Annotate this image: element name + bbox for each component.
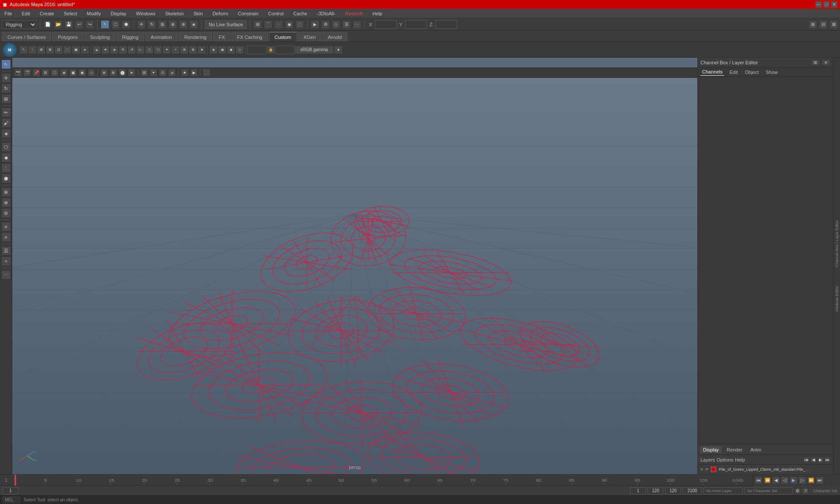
layout3-btn[interactable]: ⊠: [830, 20, 838, 29]
x-coord-field[interactable]: [375, 20, 397, 29]
timeline-scrubber[interactable]: 5 10 15 20 25 30 35 40 45 50 5: [12, 475, 752, 486]
tab-curves-surfaces[interactable]: Curves / Surfaces: [2, 32, 51, 42]
snap-view-btn[interactable]: ◉: [285, 20, 294, 29]
secondary-btn-13[interactable]: ↺: [127, 46, 136, 54]
misc-btn2[interactable]: ≈: [1, 256, 11, 266]
no-char-set-btn[interactable]: No Character Set: [745, 487, 793, 494]
vp-motion-btn[interactable]: ➤: [128, 69, 136, 77]
display-btn1[interactable]: ⊕: [1, 187, 11, 197]
vp-wireframe-btn[interactable]: ⬡: [51, 69, 59, 77]
snap-grid-btn[interactable]: ⊞: [253, 20, 262, 29]
secondary-btn-4[interactable]: ⊠: [46, 46, 54, 54]
layer-anim-tab[interactable]: Anim: [748, 446, 764, 453]
vp-cam-btn[interactable]: 📷: [14, 69, 22, 77]
vp-value2-field[interactable]: 1.00: [275, 46, 294, 54]
vp-pview-btn[interactable]: ▶: [190, 69, 198, 77]
snap-curve-btn[interactable]: ⌒: [264, 20, 273, 29]
playback-start-input[interactable]: [665, 487, 681, 494]
secondary-btn-21[interactable]: ★: [197, 46, 206, 54]
select-tool-btn[interactable]: ↖: [101, 20, 109, 29]
secondary-btn-24[interactable]: ◆: [227, 46, 235, 54]
secondary-btn-10[interactable]: ⬘: [101, 46, 110, 54]
secondary-btn-22[interactable]: ◈: [209, 46, 218, 54]
menu-skeleton[interactable]: Skeleton: [163, 10, 186, 17]
tab-xgen[interactable]: XGen: [298, 32, 321, 42]
vp-grid-btn[interactable]: ⊞: [42, 69, 49, 77]
vp-joints-btn[interactable]: ⊙: [159, 69, 167, 77]
menu-file[interactable]: File: [3, 10, 14, 17]
render-btn[interactable]: ▶: [311, 20, 319, 29]
pb-next-key-btn[interactable]: ▷: [798, 476, 806, 484]
display-btn2[interactable]: ⊗: [1, 198, 11, 207]
tab-rigging[interactable]: Rigging: [116, 32, 144, 42]
tab-arnold[interactable]: Arnold: [322, 32, 348, 42]
display-btn3[interactable]: ⊘: [1, 208, 11, 218]
menu-constrain[interactable]: Constrain: [236, 10, 260, 17]
tab-show[interactable]: Show: [764, 69, 780, 76]
range-end-input[interactable]: [648, 487, 663, 494]
menu-3dtoall[interactable]: -3DtoAll-: [315, 10, 337, 17]
obj-select-btn[interactable]: ⬡: [1, 142, 11, 152]
tab-polygons[interactable]: Polygons: [52, 32, 83, 42]
vp-deform-btn[interactable]: ⌀: [168, 69, 176, 77]
vp-shadow-btn[interactable]: ◇: [88, 69, 95, 77]
layout2-btn[interactable]: ⊟: [819, 20, 828, 29]
secondary-btn-16[interactable]: ⬡: [154, 46, 162, 54]
menu-modify[interactable]: Modify: [85, 10, 102, 17]
current-frame-input[interactable]: [3, 487, 18, 494]
tab-channels[interactable]: Channels: [700, 68, 724, 76]
scale-tool-btn[interactable]: ⊞: [158, 20, 167, 29]
menu-select[interactable]: Select: [62, 10, 79, 17]
vp-dof-btn[interactable]: ⊕: [109, 69, 117, 77]
snap-live-btn[interactable]: ◌: [295, 20, 304, 29]
hierarchy-btn[interactable]: ⋮: [1, 163, 11, 173]
last-tool-btn[interactable]: ◈: [189, 20, 198, 29]
soft-mod-btn[interactable]: ⊗: [179, 20, 188, 29]
menu-windows[interactable]: Windows: [134, 10, 158, 17]
range-start-input[interactable]: [630, 487, 646, 494]
vp-light-btn[interactable]: ◉: [78, 69, 86, 77]
pb-go-end-btn[interactable]: ⏭: [816, 476, 824, 484]
secondary-btn-17[interactable]: ✦: [162, 46, 171, 54]
no-anim-layer-btn[interactable]: No Anim Layer: [704, 487, 743, 494]
options-btn[interactable]: Options: [717, 457, 733, 462]
select-mode-btn[interactable]: ↖: [1, 60, 11, 69]
rotate-tool-btn[interactable]: ↻: [147, 20, 156, 29]
pb-next-frame-btn[interactable]: ⏩: [807, 476, 815, 484]
universal-manip-btn[interactable]: ⊕: [168, 20, 177, 29]
open-file-btn[interactable]: 📂: [54, 20, 63, 29]
tab-rendering[interactable]: Rendering: [178, 32, 212, 42]
minimize-button[interactable]: —: [816, 1, 822, 7]
undo-btn[interactable]: ↩: [75, 20, 84, 29]
secondary-btn-20[interactable]: ⊗: [189, 46, 197, 54]
vp-snap-btn[interactable]: 📌: [32, 69, 40, 77]
misc-btn1[interactable]: ☰: [1, 246, 11, 256]
vp-hud-btn[interactable]: ⊞: [140, 69, 148, 77]
rp-close-btn[interactable]: ✕: [822, 60, 830, 66]
graph-editor-btn[interactable]: ⋯: [353, 20, 361, 29]
menu-skin[interactable]: Skin: [192, 10, 204, 17]
no-live-surface-btn[interactable]: No Live Surface: [205, 20, 247, 29]
vp-lock-btn[interactable]: 🔒: [266, 46, 275, 54]
component-btn[interactable]: ◆: [1, 153, 11, 162]
hypershade-btn[interactable]: ◇: [332, 20, 340, 29]
vp-iso-btn[interactable]: ⊗: [100, 69, 108, 77]
vp-value1-field[interactable]: 0.00: [247, 46, 266, 54]
cloth-btn[interactable]: ◈: [1, 129, 11, 138]
help-btn[interactable]: Help: [735, 457, 745, 462]
secondary-btn-1[interactable]: ↖: [19, 46, 28, 54]
render-settings-btn[interactable]: ⚙: [321, 20, 330, 29]
layer-item[interactable]: V P Pile_of_Green_Lipped_Clams_mb_standa…: [698, 465, 833, 474]
vp-sel-highlight-btn[interactable]: ★: [181, 69, 189, 77]
y-coord-field[interactable]: [405, 20, 427, 29]
vp-xray-btn[interactable]: ✦: [150, 69, 158, 77]
tab-edit[interactable]: Edit: [728, 69, 739, 76]
vp-color-dropdown[interactable]: ▾: [334, 46, 343, 54]
channel-layer-side-tab[interactable]: Channel Box / Layer Editor: [834, 217, 840, 270]
frame-row-btn2[interactable]: ?: [802, 488, 808, 494]
layer-display-tab[interactable]: Display: [700, 446, 721, 453]
secondary-btn-2[interactable]: ↑: [28, 46, 37, 54]
menu-cache[interactable]: Cache: [291, 10, 309, 17]
layer-vis-v[interactable]: V: [700, 467, 703, 472]
more-btn[interactable]: ⋯: [1, 270, 11, 280]
